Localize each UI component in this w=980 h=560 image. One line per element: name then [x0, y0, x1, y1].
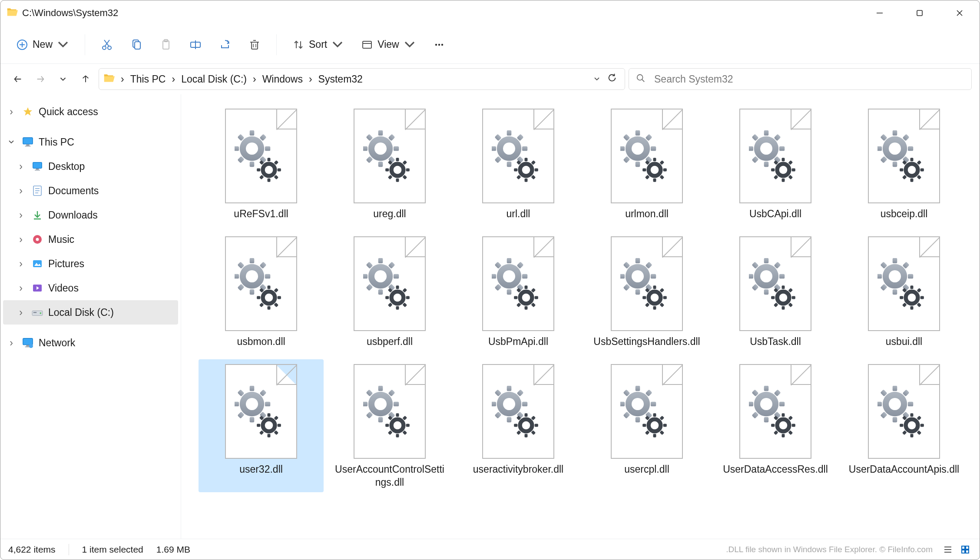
dll-file-icon: [482, 109, 554, 203]
chevron-right-icon: ›: [253, 73, 256, 85]
dll-file-icon: [868, 236, 940, 331]
copy-icon: [130, 39, 142, 51]
file-item[interactable]: urlmon.dll: [584, 104, 709, 224]
dll-file-icon: [739, 236, 811, 331]
file-item[interactable]: UsbSettingsHandlers.dll: [584, 232, 709, 351]
file-item[interactable]: usbperf.dll: [327, 232, 452, 351]
file-item[interactable]: uReFSv1.dll: [199, 104, 324, 224]
view-button[interactable]: View: [354, 33, 422, 57]
file-name: UserDataAccessRes.dll: [723, 463, 828, 476]
item-icon: [31, 258, 44, 269]
sidebar-item-downloads[interactable]: ›Downloads: [3, 203, 178, 227]
sidebar-item-desktop[interactable]: ›Desktop: [3, 154, 178, 179]
chevron-right-icon: ›: [15, 234, 26, 245]
maximize-button[interactable]: [900, 0, 940, 26]
sidebar-label: Network: [39, 337, 75, 349]
new-button[interactable]: New: [9, 33, 76, 57]
dll-file-icon: [739, 109, 811, 203]
chevron-right-icon: ›: [121, 73, 124, 85]
svg-rect-69: [962, 550, 965, 553]
address-bar[interactable]: › This PC › Local Disk (C:) › Windows › …: [99, 68, 625, 90]
svg-marker-50: [23, 107, 32, 116]
file-pane[interactable]: uReFSv1.dllureg.dllurl.dllurlmon.dllUsbC…: [181, 94, 980, 539]
rename-button[interactable]: [182, 33, 209, 57]
chevron-right-icon: ›: [309, 73, 312, 85]
dll-file-icon: [739, 364, 811, 459]
chevron-right-icon: ›: [15, 185, 26, 197]
svg-rect-17: [917, 10, 922, 16]
minimize-button[interactable]: [860, 0, 900, 26]
file-item[interactable]: UserDataAccessRes.dll: [713, 359, 838, 492]
paste-button[interactable]: [153, 33, 179, 57]
sidebar-label: Local Disk (C:): [48, 307, 114, 318]
dll-file-icon: [225, 109, 297, 203]
file-name: url.dll: [507, 208, 530, 221]
delete-button[interactable]: [242, 33, 268, 57]
file-item[interactable]: url.dll: [456, 104, 581, 224]
sidebar-item-music[interactable]: ›Music: [3, 227, 178, 252]
sidebar-label: Pictures: [48, 258, 84, 270]
file-item[interactable]: usercpl.dll: [584, 359, 709, 492]
chevron-right-icon: ›: [15, 209, 26, 221]
breadcrumb-system32[interactable]: System32: [318, 73, 363, 85]
title-bar: C:\Windows\System32: [0, 0, 980, 26]
details-view-button[interactable]: [941, 543, 954, 556]
sidebar-item-pictures[interactable]: ›Pictures: [3, 252, 178, 276]
sidebar-item-documents[interactable]: ›Documents: [3, 179, 178, 203]
file-item[interactable]: user32.dll: [199, 359, 324, 492]
sidebar-item-quick-access[interactable]: › Quick access: [3, 99, 178, 124]
copy-button[interactable]: [123, 33, 149, 57]
sidebar-item-this-pc[interactable]: This PC: [3, 130, 178, 154]
address-dropdown-button[interactable]: [593, 73, 600, 85]
command-bar: New Sort View: [0, 26, 980, 64]
file-name: usbmon.dll: [237, 335, 285, 348]
file-item[interactable]: UsbPmApi.dll: [456, 232, 581, 351]
sidebar-item-videos[interactable]: ›Videos: [3, 276, 178, 300]
chevron-down-icon: [331, 39, 344, 51]
file-item[interactable]: UsbTask.dll: [713, 232, 838, 351]
status-item-count: 4,622 items: [8, 544, 56, 555]
back-button[interactable]: [8, 70, 27, 89]
sidebar-item-local-disk-c-[interactable]: ›Local Disk (C:): [3, 300, 178, 325]
breadcrumb-this-pc[interactable]: This PC: [130, 73, 166, 85]
new-label: New: [33, 39, 53, 50]
file-item[interactable]: usbui.dll: [841, 232, 967, 351]
svg-rect-67: [962, 546, 965, 549]
share-button[interactable]: [212, 33, 238, 57]
breadcrumb-local-disk[interactable]: Local Disk (C:): [181, 73, 247, 85]
sort-button[interactable]: Sort: [285, 33, 351, 57]
sort-icon: [292, 39, 305, 51]
file-item[interactable]: ureg.dll: [327, 104, 452, 224]
more-button[interactable]: [426, 33, 452, 57]
status-selection: 1 item selected: [82, 544, 143, 555]
up-button[interactable]: [76, 70, 95, 89]
search-input[interactable]: [653, 73, 964, 86]
sidebar-label: Documents: [48, 185, 99, 197]
search-box[interactable]: [629, 68, 972, 90]
cut-icon: [101, 39, 113, 51]
svg-rect-70: [966, 550, 969, 553]
file-name: UsbPmApi.dll: [488, 335, 548, 348]
file-item[interactable]: UsbCApi.dll: [713, 104, 838, 224]
recent-locations-button[interactable]: [53, 70, 73, 89]
file-item[interactable]: UserDataAccountApis.dll: [841, 359, 967, 492]
file-item[interactable]: usbmon.dll: [199, 232, 324, 351]
file-item[interactable]: UserAccountControlSettings.dll: [327, 359, 452, 492]
file-name: usbperf.dll: [367, 335, 413, 348]
breadcrumb-windows[interactable]: Windows: [262, 73, 303, 85]
file-item[interactable]: usbceip.dll: [841, 104, 967, 224]
close-button[interactable]: [940, 0, 980, 26]
sidebar-label: Music: [48, 234, 74, 245]
window-title: C:\Windows\System32: [22, 7, 118, 19]
file-name: useractivitybroker.dll: [473, 463, 563, 476]
svg-point-63: [29, 344, 33, 348]
file-name: urlmon.dll: [625, 208, 669, 221]
file-item[interactable]: useractivitybroker.dll: [456, 359, 581, 492]
chevron-right-icon: ›: [15, 307, 26, 318]
large-icons-view-button[interactable]: [959, 543, 972, 556]
sidebar-item-network[interactable]: › Network: [3, 331, 178, 355]
cut-button[interactable]: [94, 33, 120, 57]
refresh-button[interactable]: [607, 73, 617, 85]
forward-button[interactable]: [31, 70, 50, 89]
dll-file-icon: [611, 364, 683, 459]
